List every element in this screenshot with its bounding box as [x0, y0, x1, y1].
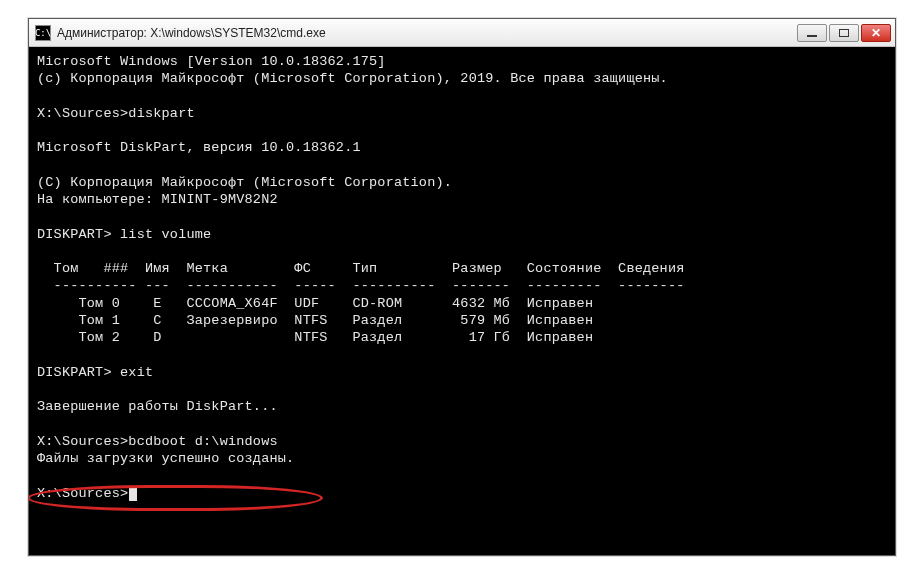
diskpart-prompt-2: DISKPART> [37, 365, 112, 380]
volume-row-2: Том 2 D NTFS Раздел 17 Гб Исправен [37, 330, 593, 345]
volume-row-1: Том 1 C Зарезервиро NTFS Раздел 579 Мб И… [37, 313, 593, 328]
diskpart-prompt-1: DISKPART> [37, 227, 112, 242]
bcdboot-result: Файлы загрузки успешно созданы. [37, 451, 294, 466]
line-ms-version: Microsoft Windows [Version 10.0.18362.17… [37, 54, 386, 69]
window-title: Администратор: X:\windows\SYSTEM32\cmd.e… [57, 26, 797, 40]
cursor [129, 487, 137, 501]
diskpart-computer: На компьютере: MININT-9MV82N2 [37, 192, 278, 207]
diskpart-copyright: (C) Корпорация Майкрософт (Microsoft Cor… [37, 175, 452, 190]
prompt-3: X:\Sources> [37, 486, 128, 501]
diskpart-version: Microsoft DiskPart, версия 10.0.18362.1 [37, 140, 361, 155]
titlebar[interactable]: C:\ Администратор: X:\windows\SYSTEM32\c… [29, 19, 895, 47]
close-button[interactable]: ✕ [861, 24, 891, 42]
line-copyright: (c) Корпорация Майкрософт (Microsoft Cor… [37, 71, 668, 86]
prompt-1: X:\Sources> [37, 106, 128, 121]
volume-row-0: Том 0 E CCCOMA_X64F UDF CD-ROM 4632 Мб И… [37, 296, 593, 311]
cmd-bcdboot: bcdboot d:\windows [128, 434, 277, 449]
volume-divider: ---------- --- ----------- ----- -------… [37, 278, 685, 293]
cmd-exit: exit [120, 365, 153, 380]
cmd-icon-text: C:\ [35, 28, 51, 38]
diskpart-exit-msg: Завершение работы DiskPart... [37, 399, 278, 414]
cmd-window: C:\ Администратор: X:\windows\SYSTEM32\c… [28, 18, 896, 556]
maximize-button[interactable] [829, 24, 859, 42]
terminal-output[interactable]: Microsoft Windows [Version 10.0.18362.17… [29, 47, 895, 555]
minimize-button[interactable] [797, 24, 827, 42]
window-controls: ✕ [797, 24, 891, 42]
cmd-list-volume: list volume [120, 227, 211, 242]
prompt-2: X:\Sources> [37, 434, 128, 449]
volume-header: Том ### Имя Метка ФС Тип Размер Состояни… [37, 261, 685, 276]
cmd-diskpart: diskpart [128, 106, 194, 121]
cmd-icon: C:\ [35, 25, 51, 41]
